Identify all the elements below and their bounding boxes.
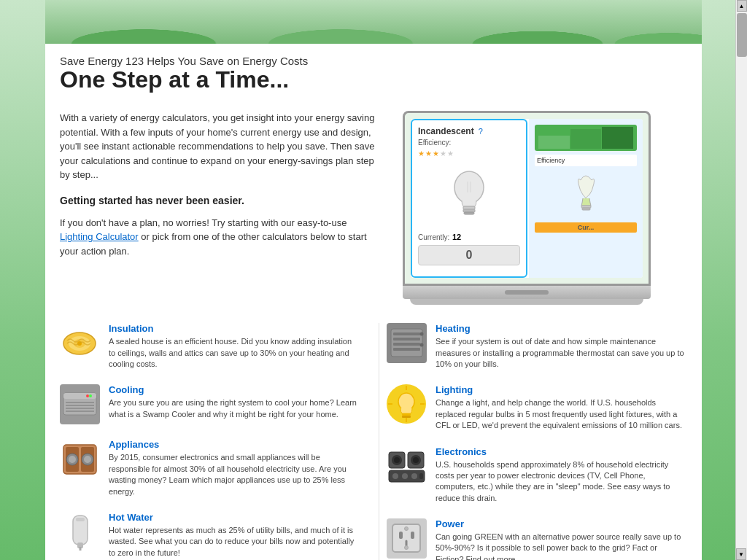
insulation-link[interactable]: Insulation — [109, 323, 153, 334]
laptop-bottom — [410, 299, 643, 305]
insulation-desc: A sealed house is an efficient house. Di… — [109, 336, 360, 370]
calc-item-hotwater: Hot Water Hot water represents as much a… — [60, 512, 360, 559]
currently-value: 12 — [452, 233, 461, 241]
header-subtitle: Save Energy 123 Helps You Save on Energy… — [60, 55, 687, 67]
scroll-thumb[interactable] — [737, 13, 747, 57]
svg-point-42 — [420, 343, 424, 347]
calc-item-insulation: Insulation A sealed house is an efficien… — [60, 323, 360, 370]
svg-point-44 — [398, 393, 414, 411]
svg-point-21 — [86, 394, 89, 397]
star-5: ★ — [447, 149, 454, 158]
electronics-icon — [387, 446, 427, 486]
star-1: ★ — [418, 149, 425, 158]
electronics-desc: U.S. households spend approximately 8% o… — [436, 459, 687, 505]
svg-rect-3 — [464, 212, 474, 214]
power-link[interactable]: Power — [436, 518, 464, 529]
power-icon — [387, 518, 427, 559]
appliances-desc: By 2015, consumer electronics and small … — [109, 452, 360, 497]
svg-point-60 — [402, 473, 408, 479]
input-box[interactable]: 0 — [418, 245, 520, 265]
electronics-text: Electronics U.S. households spend approx… — [436, 446, 687, 505]
svg-point-67 — [405, 527, 409, 531]
svg-point-68 — [405, 546, 409, 550]
input-value: 0 — [466, 249, 473, 261]
svg-point-59 — [392, 473, 398, 479]
svg-rect-40 — [393, 348, 420, 351]
heating-icon — [387, 323, 427, 363]
hotwater-link[interactable]: Hot Water — [109, 512, 153, 523]
getting-started-heading: Getting started has never been easier. — [60, 193, 381, 209]
lighting-desc: Change a light, and help change the worl… — [436, 397, 687, 431]
heating-link[interactable]: Heating — [436, 323, 471, 334]
lighting-calculator-link[interactable]: Lighting Calculator — [60, 231, 139, 242]
appliances-icon — [60, 439, 100, 479]
cooling-desc: Are you sure you are using the right sys… — [109, 397, 360, 420]
laptop-screen: Incandescent ? Efficiency: ★ ★ ★ ★ — [403, 111, 651, 286]
calc-item-heating: Heating See if your system is out of dat… — [387, 323, 687, 370]
insulation-text: Insulation A sealed house is an efficien… — [109, 323, 360, 370]
hotwater-text: Hot Water Hot water represents as much a… — [109, 512, 360, 559]
currently-label: Currently: — [418, 233, 449, 241]
laptop-base — [403, 286, 651, 299]
svg-point-57 — [413, 457, 419, 463]
cooling-icon — [60, 384, 100, 424]
svg-rect-65 — [399, 532, 403, 539]
laptop-section: Incandescent ? Efficiency: ★ ★ ★ ★ — [403, 111, 651, 305]
svg-rect-7 — [582, 208, 590, 210]
screen-content: Incandescent ? Efficiency: ★ ★ ★ ★ — [411, 119, 643, 278]
svg-rect-32 — [76, 518, 85, 521]
power-text: Power Can going GREEN with an alternativ… — [436, 518, 687, 560]
power-desc: Can going GREEN with an alternative powe… — [436, 532, 687, 560]
star-2: ★ — [425, 149, 432, 158]
insulation-icon — [60, 323, 100, 363]
svg-point-20 — [89, 394, 92, 397]
svg-rect-37 — [393, 332, 420, 335]
laptop-mockup: Incandescent ? Efficiency: ★ ★ ★ ★ — [403, 111, 651, 305]
scroll-down-arrow[interactable]: ▼ — [736, 548, 746, 560]
heating-text: Heating See if your system is out of dat… — [436, 323, 687, 370]
star-4: ★ — [440, 149, 446, 158]
calc-col-right: Heating See if your system is out of dat… — [379, 323, 687, 560]
bulb-image — [418, 160, 520, 231]
scrollbar[interactable]: ▲ ▼ — [735, 0, 747, 560]
cooling-link[interactable]: Cooling — [109, 384, 144, 395]
start-text-1: If you don't have a plan, no worries! Tr… — [60, 217, 347, 228]
cfl-card: Efficiency Cur.. — [529, 119, 643, 278]
bulb-svg — [447, 167, 491, 222]
lighting-icon — [387, 384, 427, 424]
incandescent-card: Incandescent ? Efficiency: ★ ★ ★ ★ — [411, 119, 527, 278]
start-paragraph: If you don't have a plan, no worries! Tr… — [60, 216, 381, 259]
svg-point-28 — [69, 456, 76, 463]
content-area: With a variety of energy calculators, yo… — [60, 111, 687, 305]
calc-item-appliances: Appliances By 2015, consumer electronics… — [60, 439, 360, 497]
hills-decoration — [45, 0, 702, 44]
svg-rect-62 — [419, 473, 423, 479]
appliances-link[interactable]: Appliances — [109, 439, 159, 450]
lighting-link[interactable]: Lighting — [436, 384, 473, 395]
svg-point-41 — [420, 332, 424, 336]
cooling-text: Cooling Are you sure you are using the r… — [109, 384, 360, 420]
card1-title: Incandescent — [418, 126, 474, 136]
calc-item-lighting: Lighting Change a light, and help change… — [387, 384, 687, 431]
electronics-link[interactable]: Electronics — [436, 446, 487, 457]
intro-paragraph: With a variety of energy calculators, yo… — [60, 111, 381, 182]
hotwater-desc: Hot water represents as much as 25% of u… — [109, 525, 360, 559]
svg-point-61 — [411, 473, 417, 479]
calc-col-left: Insulation A sealed house is an efficien… — [60, 323, 379, 560]
svg-rect-2 — [463, 209, 475, 212]
efficiency-stars: ★ ★ ★ ★ ★ — [418, 149, 520, 158]
svg-point-54 — [394, 457, 400, 463]
svg-rect-39 — [393, 343, 420, 346]
main-content: Save Energy 123 Helps You Save on Energy… — [45, 0, 702, 560]
cfl-efficiency: Efficiency — [537, 157, 635, 164]
intro-text: With a variety of energy calculators, yo… — [60, 111, 381, 305]
svg-rect-45 — [402, 413, 411, 416]
calc-item-electronics: Electronics U.S. households spend approx… — [387, 446, 687, 505]
svg-rect-46 — [402, 416, 411, 418]
calculator-sections: Insulation A sealed house is an efficien… — [60, 323, 687, 560]
star-3: ★ — [433, 149, 439, 158]
scroll-up-arrow[interactable]: ▲ — [737, 0, 747, 12]
svg-rect-38 — [393, 338, 420, 341]
cfl-svg — [570, 173, 603, 217]
card1-question[interactable]: ? — [479, 127, 483, 136]
